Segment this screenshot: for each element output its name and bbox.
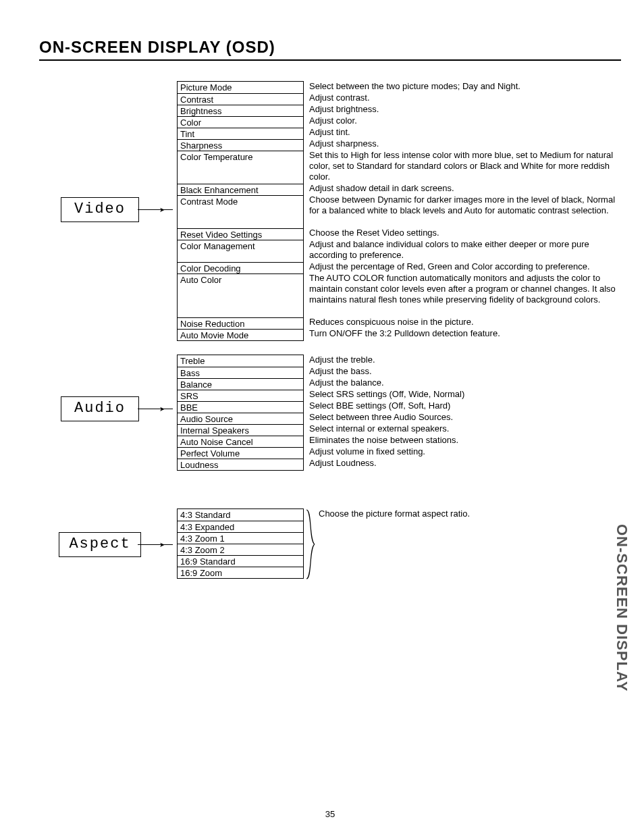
menu-item: Color Temperature (178, 151, 303, 184)
menu-item: 16:9 Standard (178, 555, 303, 567)
menu-item: 16:9 Zoom (178, 567, 303, 578)
menu-item: Treble (178, 355, 303, 367)
menu-item: Brightness (178, 105, 303, 116)
menu-item-description: Adjust tint. (309, 127, 621, 138)
menu-item-description: Select internal or external speakers. (309, 423, 621, 435)
audio-descriptions: Adjust the treble.Adjust the bass.Adjust… (309, 355, 621, 469)
audio-section: Audio TrebleBassBalanceSRSBBEAudio Sourc… (39, 355, 621, 471)
menu-item: Bass (178, 367, 303, 378)
menu-item-description: Adjust the percentage of Red, Green and … (309, 261, 621, 273)
vertical-section-label: ON-SCREEN DISPLAY (613, 524, 630, 692)
menu-item-description: Adjust color. (309, 115, 621, 127)
menu-item-description: Adjust volume in fixed setting. (309, 446, 621, 458)
menu-item-description: Adjust the bass. (309, 366, 621, 377)
menu-item-description: Choose the Reset Video settings. (309, 228, 621, 239)
audio-category-box: Audio (61, 396, 139, 421)
arrow-video (161, 81, 177, 338)
menu-item: Color Management (178, 240, 303, 262)
aspect-items: 4:3 Standard4:3 Expanded4:3 Zoom 14:3 Zo… (177, 509, 304, 579)
menu-item-description: Choose between Dynamic for darker images… (309, 194, 621, 228)
menu-item: 4:3 Expanded (178, 521, 303, 532)
menu-item-description: Adjust brightness. (309, 104, 621, 115)
menu-item: 4:3 Standard (178, 509, 303, 521)
menu-item-description: Select SRS settings (Off, Wide, Normal) (309, 389, 621, 400)
menu-item: Perfect Volume (178, 447, 303, 459)
brace-icon (305, 509, 315, 580)
arrow-aspect (161, 509, 177, 580)
page: ON-SCREEN DISPLAY (OSD) Video Picture Mo… (39, 38, 621, 819)
menu-item: Auto Noise Cancel (178, 436, 303, 447)
menu-item-description: The AUTO COLOR function automatically mo… (309, 273, 621, 317)
menu-item: Auto Color (178, 273, 303, 317)
menu-item: Noise Reduction (178, 317, 303, 329)
audio-items: TrebleBassBalanceSRSBBEAudio SourceInter… (177, 355, 304, 471)
menu-item: Audio Source (178, 413, 303, 424)
menu-item: SRS (178, 390, 303, 401)
menu-item-description: Turn ON/OFF the 3:2 Pulldown detection f… (309, 328, 621, 340)
menu-item-description: Adjust Loudness. (309, 458, 621, 469)
menu-item: BBE (178, 401, 303, 413)
menu-item: Contrast Mode (178, 195, 303, 228)
menu-item: Picture Mode (178, 82, 303, 93)
menu-item-description: Adjust shadow detail in dark screens. (309, 183, 621, 194)
menu-item: Color Decoding (178, 262, 303, 273)
menu-item: Contrast (178, 93, 303, 105)
menu-item-description: Eliminates the noise between stations. (309, 435, 621, 446)
menu-item-description: Select BBE settings (Off, Soft, Hard) (309, 400, 621, 412)
aspect-brace (304, 509, 316, 580)
aspect-section: Aspect 4:3 Standard4:3 Expanded4:3 Zoom … (39, 509, 621, 580)
video-items: Picture ModeContrastBrightnessColorTintS… (177, 81, 304, 341)
aspect-description: Choose the picture format aspect ratio. (319, 509, 621, 519)
menu-item-description: Adjust and balance individual colors to … (309, 239, 621, 261)
menu-item: Sharpness (178, 139, 303, 151)
menu-item-description: Select between the two picture modes; Da… (309, 81, 621, 93)
video-descriptions: Select between the two picture modes; Da… (309, 81, 621, 340)
menu-item: 4:3 Zoom 2 (178, 544, 303, 555)
video-section: Video Picture ModeContrastBrightnessColo… (39, 81, 621, 341)
menu-item: Balance (178, 378, 303, 390)
menu-item-description: Adjust contrast. (309, 93, 621, 104)
menu-item: Color (178, 116, 303, 128)
video-category-box: Video (61, 197, 139, 222)
menu-item: Reset Video Settings (178, 228, 303, 240)
page-title: ON-SCREEN DISPLAY (OSD) (39, 38, 621, 61)
menu-item-description: Adjust the treble. (309, 355, 621, 366)
arrow-audio (161, 355, 177, 463)
menu-item: Tint (178, 128, 303, 139)
menu-item: Auto Movie Mode (178, 329, 303, 340)
menu-item-description: Adjust sharpness. (309, 138, 621, 150)
menu-item-description: Reduces conspicuous noise in the picture… (309, 317, 621, 328)
menu-item-description: Adjust the balance. (309, 377, 621, 389)
aspect-category-box: Aspect (59, 532, 140, 557)
menu-item: Black Enhancement (178, 184, 303, 195)
menu-item: 4:3 Zoom 1 (178, 532, 303, 544)
menu-item-description: Set this to High for less intense color … (309, 150, 621, 183)
menu-item: Internal Speakers (178, 424, 303, 436)
page-number: 35 (39, 809, 621, 819)
menu-item-description: Select between three Audio Sources. (309, 412, 621, 423)
menu-item: Loudness (178, 459, 303, 470)
